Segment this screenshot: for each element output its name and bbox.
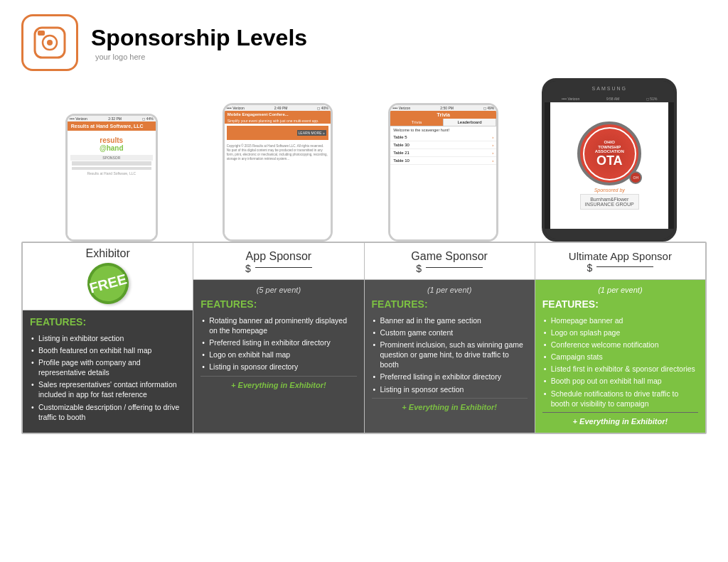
game-row-2: Table 30› xyxy=(390,141,496,149)
exhibitor-phone: •••• Verizon2:32 PM◻ 44% Results at Hand… xyxy=(65,114,158,242)
game-col-header: Game Sponsor $ xyxy=(365,243,535,280)
ultimate-feature-3: Campaign stats xyxy=(542,351,698,363)
ultimate-phone-col: SAMSUNG •••• Verizon9:58 AM◻ 51% OHIOTOW… xyxy=(527,78,693,242)
header: Sponsorship Levels your logo here xyxy=(21,14,707,71)
game-features-title: FEATURES: xyxy=(372,298,528,310)
ultimate-feature-6: Schedule notifications to drive traffic … xyxy=(542,387,698,409)
exhibitor-phone-col: •••• Verizon2:32 PM◻ 44% Results at Hand… xyxy=(28,114,195,242)
trivia-tab: Trivia xyxy=(390,119,444,126)
app-phone-sub: Simplify your event planning with just o… xyxy=(225,118,331,124)
app-sponsor-column: App Sponsor $ (5 per event) FEATURES: Ro… xyxy=(193,243,364,433)
app-phone-header: Mobile Engagement Confere... xyxy=(225,111,331,118)
game-price-line xyxy=(426,267,483,268)
exhibitor-phone-screen: •••• Verizon2:32 PM◻ 44% Results at Hand… xyxy=(68,116,156,239)
app-status-bar: •••• Verizon2:49 PM◻ 40% xyxy=(225,105,331,111)
sponsored-by-label: Sponsored by xyxy=(594,188,625,193)
exhibitor-phone-header: Results at Hand Software, LLC xyxy=(68,121,156,131)
ultimate-features-title: FEATURES: xyxy=(542,298,698,310)
ultimate-everything: + Everything in Exhibitor! xyxy=(542,412,698,428)
exhibitor-col-body: FEATURES: Listing in exhibitor section B… xyxy=(23,310,193,433)
phones-row: •••• Verizon2:32 PM◻ 44% Results at Hand… xyxy=(21,78,707,242)
exhibitor-column: Exhibitor FREE FEATURES: Listing in exhi… xyxy=(23,243,193,433)
ultimate-title: Ultimate App Sponsor xyxy=(569,250,672,262)
app-sponsor-phone-screen: •••• Verizon2:49 PM◻ 40% Mobile Engageme… xyxy=(225,105,331,239)
app-phone-banner: LEARN MORE » xyxy=(227,126,328,140)
sponsor-company-name: Burnham&FlowerINSURANCE GROUP xyxy=(585,197,634,207)
ultimate-phone-screen: OHIOTOWNSHIPASSOCIATION OTA OH Sponsored… xyxy=(550,102,668,229)
ultimate-status-bar: •••• Verizon9:58 AM◻ 51% xyxy=(545,95,674,102)
ultimate-feature-0: Homepage banner ad xyxy=(542,314,698,326)
exhibitor-feature-4: Customizable description / offering to d… xyxy=(30,401,186,423)
ota-inner-circle: OHIOTOWNSHIPASSOCIATION OTA xyxy=(583,127,636,180)
ultimate-feature-list: Homepage banner ad Logo on splash page C… xyxy=(542,314,698,409)
header-text: Sponsorship Levels your logo here xyxy=(91,25,307,61)
game-row-4: Table 10› xyxy=(390,157,496,165)
game-phone-screen: •••• Verizon2:50 PM◻ 49% Trivia Trivia L… xyxy=(390,105,496,239)
app-features-title: FEATURES: xyxy=(200,298,356,310)
svg-rect-3 xyxy=(38,31,45,36)
sponsorship-columns: Exhibitor FREE FEATURES: Listing in exhi… xyxy=(21,242,707,434)
leaderboard-tab: Leaderboard xyxy=(444,119,497,126)
app-feature-0: Rotating banner ad prominently displayed… xyxy=(200,314,356,336)
logo-icon xyxy=(32,25,68,60)
game-status-bar: •••• Verizon2:50 PM◻ 49% xyxy=(390,105,496,111)
app-price-line xyxy=(255,267,312,268)
game-sponsor-phone-col: •••• Verizon2:50 PM◻ 49% Trivia Trivia L… xyxy=(360,103,527,242)
page: Sponsorship Levels your logo here •••• V… xyxy=(0,0,728,562)
game-feature-list: Banner ad in the game section Custom gam… xyxy=(372,314,528,395)
exhibitor-status-bar: •••• Verizon2:32 PM◻ 44% xyxy=(68,116,156,121)
page-title: Sponsorship Levels xyxy=(91,25,307,51)
exhibitor-feature-0: Listing in exhibitor section xyxy=(30,332,186,344)
ota-state-badge: OH xyxy=(629,171,642,184)
app-everything: + Everything in Exhibitor! xyxy=(200,376,356,392)
samsung-brand: SAMSUNG xyxy=(545,81,674,95)
game-sponsor-column: Game Sponsor $ (1 per event) FEATURES: B… xyxy=(365,243,535,433)
app-feature-1: Preferred listing in exhibitor directory xyxy=(200,336,356,348)
game-title: Game Sponsor xyxy=(411,250,488,263)
ultimate-phone: SAMSUNG •••• Verizon9:58 AM◻ 51% OHIOTOW… xyxy=(542,78,677,242)
exhibitor-feature-3: Sales representatives' contact informati… xyxy=(30,379,186,401)
app-feature-list: Rotating banner ad prominently displayed… xyxy=(200,314,356,373)
ultimate-price: $ xyxy=(587,262,653,274)
exhibitor-features-title: FEATURES: xyxy=(30,316,186,328)
game-col-body: (1 per event) FEATURES: Banner ad in the… xyxy=(365,280,535,433)
game-row-1: Table 5› xyxy=(390,134,496,141)
game-sponsor-phone: •••• Verizon2:50 PM◻ 49% Trivia Trivia L… xyxy=(388,103,498,242)
game-price: $ xyxy=(416,263,483,274)
app-phone-content: Copyright © 2015 Results at Hand Softwar… xyxy=(225,142,331,163)
app-col-body: (5 per event) FEATURES: Rotating banner … xyxy=(193,280,363,433)
exhibitor-feature-2: Profile page with company and representa… xyxy=(30,356,186,378)
exhibitor-feature-1: Booth featured on exhibit hall map xyxy=(30,344,186,356)
ota-circle: OHIOTOWNSHIPASSOCIATION OTA OH xyxy=(577,121,641,185)
ultimate-feature-4: Listed first in exhibitor & sponsor dire… xyxy=(542,363,698,375)
app-sponsor-phone: •••• Verizon2:49 PM◻ 40% Mobile Engageme… xyxy=(223,103,333,242)
ota-logo-area: OHIOTOWNSHIPASSOCIATION OTA OH xyxy=(577,121,641,185)
game-feature-0: Banner ad in the game section xyxy=(372,314,528,326)
app-col-header: App Sponsor $ xyxy=(193,243,363,280)
ultimate-price-line xyxy=(596,266,653,267)
game-feature-3: Preferred listing in exhibitor directory xyxy=(372,371,528,383)
app-price: $ xyxy=(245,263,312,274)
ota-abbr: OTA xyxy=(596,154,623,167)
ota-org-name: OHIOTOWNSHIPASSOCIATION xyxy=(595,140,624,154)
game-per-event: (1 per event) xyxy=(372,286,528,294)
ultimate-feature-2: Conference welcome notification xyxy=(542,338,698,350)
game-feature-1: Custom game content xyxy=(372,326,528,338)
game-row-3: Table 21› xyxy=(390,149,496,157)
exhibitor-title: Exhibitor xyxy=(86,247,130,260)
game-everything: + Everything in Exhibitor! xyxy=(372,398,528,414)
ultimate-col-header: Ultimate App Sponsor $ xyxy=(535,243,705,280)
app-sponsor-phone-col: •••• Verizon2:49 PM◻ 40% Mobile Engageme… xyxy=(195,103,361,242)
ultimate-feature-1: Logo on splash page xyxy=(542,326,698,338)
exhibitor-phone-content: results@hand SPONSOR Results at Hand Sof… xyxy=(68,131,156,239)
app-per-event: (5 per event) xyxy=(200,286,356,294)
ultimate-col-body: (1 per event) FEATURES: Homepage banner … xyxy=(535,280,705,433)
game-phone-header: Trivia xyxy=(390,111,496,119)
ultimate-column: Ultimate App Sponsor $ (1 per event) FEA… xyxy=(535,243,705,433)
game-feature-2: Prominent inclusion, such as winning gam… xyxy=(372,338,528,371)
free-badge: FREE xyxy=(82,258,133,308)
ultimate-feature-5: Booth pop out on exhibit hall map xyxy=(542,375,698,387)
ultimate-per-event: (1 per event) xyxy=(542,286,698,294)
exhibitor-feature-list: Listing in exhibitor section Booth featu… xyxy=(30,332,186,423)
game-welcome: Welcome to the scavenger hunt! xyxy=(390,126,496,134)
